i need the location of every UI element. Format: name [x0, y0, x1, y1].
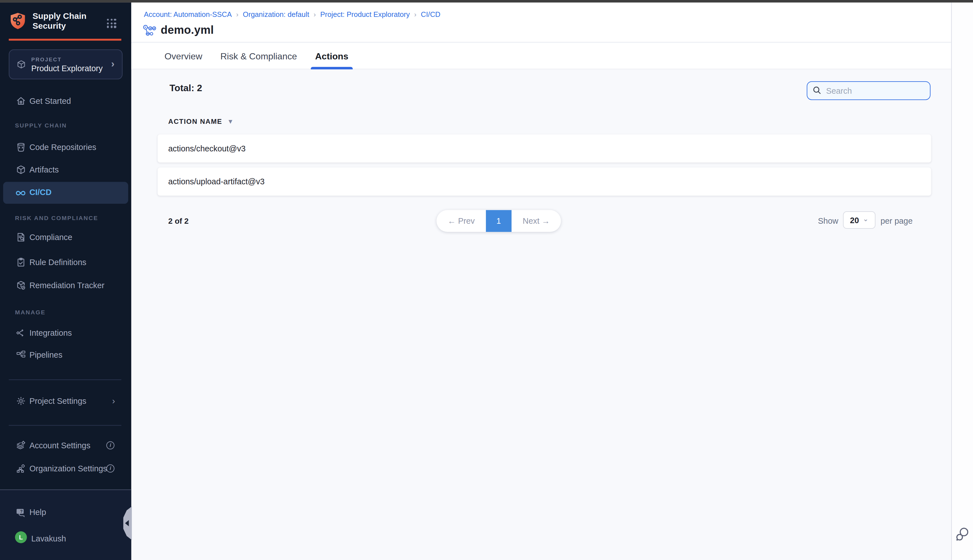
sidebar-item-project-settings[interactable]: Project Settings ›: [0, 393, 131, 409]
sidebar-item-rule-definitions[interactable]: Rule Definitions: [0, 254, 131, 270]
main-area: Account: Automation-SSCA › Organization:…: [131, 3, 951, 560]
project-label: PROJECT: [31, 56, 103, 62]
tab-actions[interactable]: Actions: [313, 43, 350, 69]
document-search-icon: [15, 231, 26, 243]
per-page-label: per page: [880, 217, 913, 226]
page-size-value: 20: [850, 215, 859, 225]
search-icon: [812, 85, 821, 95]
sidebar-footer: ? Help L Lavakush: [0, 489, 131, 560]
info-icon[interactable]: i: [107, 441, 115, 449]
home-icon: [15, 95, 26, 107]
sidebar-item-get-started[interactable]: Get Started: [0, 93, 131, 109]
sidebar-section-risk-and-compliance: RISK AND COMPLIANCE: [15, 215, 98, 221]
breadcrumb-account-link[interactable]: Account: Automation-SSCA: [144, 11, 232, 18]
sidebar-item-compliance[interactable]: Compliance: [0, 229, 131, 245]
sidebar-item-code-repositories[interactable]: Code Repositories: [0, 139, 131, 155]
chevron-right-icon: ›: [112, 396, 115, 406]
sidebar-item-cicd[interactable]: CI/CD: [3, 182, 128, 204]
info-icon[interactable]: i: [107, 464, 115, 472]
layers-gear-icon: [15, 440, 26, 451]
chat-support-icon[interactable]: [955, 526, 971, 545]
artifact-cube-icon: [15, 164, 26, 175]
sidebar-item-integrations[interactable]: Integrations: [0, 325, 131, 341]
table-row[interactable]: actions/checkout@v3: [158, 135, 931, 163]
breadcrumb-separator: ›: [236, 11, 239, 18]
breadcrumb: Account: Automation-SSCA › Organization:…: [144, 11, 440, 18]
pagination: ← Prev 1 Next →: [436, 210, 561, 232]
action-name: actions/upload-artifact@v3: [169, 177, 265, 186]
sidebar-item-help[interactable]: ? Help: [0, 504, 131, 520]
svg-text:?: ?: [20, 508, 22, 513]
search-box: [807, 81, 931, 100]
project-name: Product Exploratory: [31, 63, 103, 73]
right-gutter: [951, 3, 973, 560]
chevron-down-icon: ⌄: [863, 215, 868, 223]
sidebar-item-account-settings[interactable]: Account Settings i: [0, 437, 131, 453]
pipelines-icon: [15, 349, 26, 360]
box-wrench-icon: [15, 280, 26, 291]
action-name: actions/checkout@v3: [169, 144, 246, 153]
sidebar-section-manage: MANAGE: [15, 309, 45, 315]
prev-page-button[interactable]: ← Prev: [436, 210, 486, 232]
page-number-button[interactable]: 1: [486, 210, 512, 232]
project-cube-icon: [16, 59, 27, 70]
page-header: Account: Automation-SSCA › Organization:…: [131, 3, 951, 42]
actions-content: Total: 2 ACTION NAME ▾ actions/checkout@…: [131, 70, 951, 560]
column-header-action-name[interactable]: ACTION NAME: [169, 118, 222, 125]
sidebar-divider: [9, 379, 121, 380]
window-top-strip: [0, 0, 973, 3]
breadcrumb-separator: ›: [314, 11, 316, 18]
clipboard-check-icon: [15, 257, 26, 268]
supply-chain-security-shield-icon: [9, 12, 27, 30]
page-size-select[interactable]: 20 ⌄: [843, 211, 876, 229]
sidebar-item-organization-settings[interactable]: Organization Settings i: [0, 460, 131, 477]
infinity-cicd-icon: [15, 187, 26, 199]
brand-accent-line: [9, 39, 121, 40]
sidebar-item-remediation-tracker[interactable]: Remediation Tracker: [0, 277, 131, 293]
page-title: demo.yml: [161, 23, 214, 37]
org-chart-gear-icon: [15, 463, 26, 474]
breadcrumb-separator: ›: [414, 11, 416, 18]
chevron-right-icon: ›: [111, 58, 115, 70]
pagination-range: 2 of 2: [169, 217, 189, 226]
sidebar-item-artifacts[interactable]: Artifacts: [0, 161, 131, 178]
module-grid-icon[interactable]: [107, 19, 116, 28]
app-screen: Supply Chain Security PROJECT Product Ex…: [0, 0, 973, 560]
title-row: demo.yml: [142, 23, 214, 37]
user-name[interactable]: Lavakush: [31, 534, 66, 543]
gear-icon: [15, 395, 26, 407]
sidebar-item-pipelines[interactable]: Pipelines: [0, 347, 131, 363]
user-avatar[interactable]: L: [15, 531, 27, 543]
table-row[interactable]: actions/upload-artifact@v3: [158, 167, 931, 196]
breadcrumb-project-link[interactable]: Project: Product Exploratory: [320, 11, 410, 18]
tab-bar: Overview Risk & Compliance Actions: [131, 43, 951, 69]
show-label: Show: [818, 217, 838, 226]
pipeline-icon: [142, 24, 156, 37]
sort-descending-icon[interactable]: ▾: [229, 118, 232, 125]
integrations-icon: [15, 327, 26, 338]
tab-risk-compliance[interactable]: Risk & Compliance: [219, 43, 299, 69]
app-title: Supply Chain Security: [33, 11, 87, 31]
breadcrumb-cicd-link[interactable]: CI/CD: [421, 11, 441, 18]
sidebar: Supply Chain Security PROJECT Product Ex…: [0, 3, 131, 560]
code-repository-icon: [15, 141, 26, 153]
total-count: Total: 2: [170, 82, 202, 93]
tab-overview[interactable]: Overview: [163, 43, 204, 69]
search-input[interactable]: [807, 81, 931, 100]
sidebar-section-supply-chain: SUPPLY CHAIN: [15, 122, 67, 128]
app-logo: Supply Chain Security: [9, 11, 87, 31]
collapse-left-arrow-icon: [125, 520, 129, 526]
next-page-button[interactable]: Next →: [512, 210, 561, 232]
breadcrumb-organization-link[interactable]: Organization: default: [243, 11, 309, 18]
project-selector[interactable]: PROJECT Product Exploratory ›: [9, 49, 122, 79]
table-header-row: ACTION NAME ▾: [169, 118, 232, 125]
help-chat-icon: ?: [15, 506, 26, 518]
sidebar-divider: [9, 425, 121, 425]
